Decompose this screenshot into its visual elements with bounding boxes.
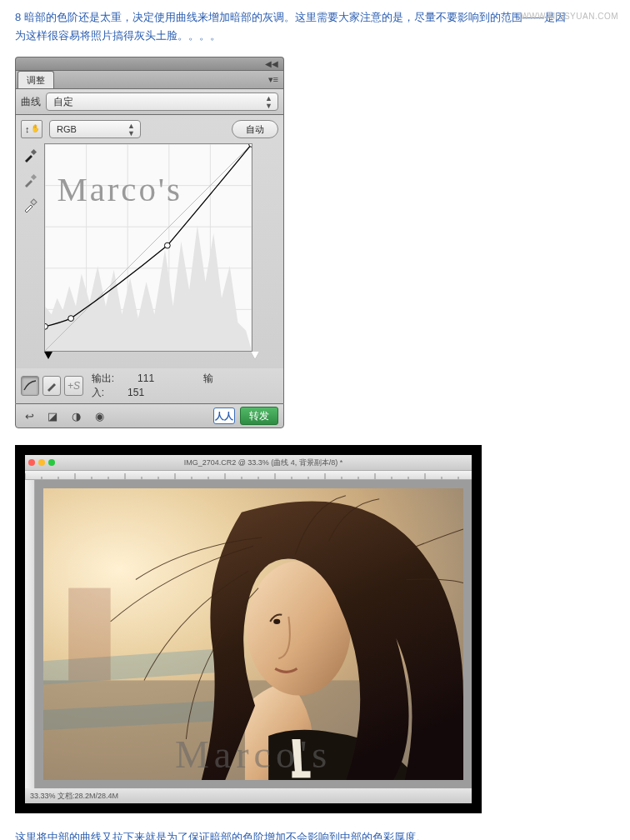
panel-collapse-bar[interactable]: ◀◀ (15, 57, 284, 70)
return-icon[interactable]: ↩ (21, 408, 38, 424)
tab-adjustments[interactable]: 调整 (18, 71, 54, 88)
on-image-adjust-tool[interactable]: ↕✋ (21, 120, 42, 138)
svg-rect-53 (68, 588, 110, 681)
eyedropper-column (21, 147, 39, 352)
svg-rect-4 (31, 199, 37, 205)
min-dot-icon (38, 459, 45, 466)
result-screenshot: IMG_2704.CR2 @ 33.3% (曲线 4, 背景副本/8) * (15, 445, 482, 813)
preset-value: 自定 (53, 95, 73, 109)
white-slider-icon[interactable] (251, 352, 259, 359)
output-label: 输出: (92, 372, 114, 384)
renren-icon[interactable]: 人人 (213, 408, 235, 424)
svg-point-55 (273, 619, 280, 624)
clip-icon[interactable]: ◑ (68, 408, 84, 424)
status-bar: 33.33% 文档:28.2M/28.4M (25, 788, 472, 803)
step-number: 8 (15, 8, 21, 27)
panel-tabs: 调整 ▾≡ (15, 70, 284, 88)
ruler-horizontal (25, 470, 472, 480)
curve-mode-pencil[interactable] (42, 376, 61, 396)
input-sliders[interactable] (48, 352, 256, 363)
expand-icon[interactable]: ◪ (44, 408, 61, 424)
canvas: Marco's (35, 480, 472, 788)
black-point-eyedropper[interactable] (21, 147, 39, 165)
preset-label: 曲线 (21, 95, 41, 109)
channel-select[interactable]: RGB ▲▼ (49, 120, 141, 138)
svg-text:✋: ✋ (31, 123, 38, 133)
site-watermark: WWW.MISSYUAN.COM (521, 12, 618, 21)
curves-panel: ◀◀ 调整 ▾≡ 曲线 自定 ▲▼ ↕✋ RGB ▲▼ 自动 (15, 57, 284, 428)
svg-text:↕: ↕ (25, 124, 30, 134)
step-line2: 为这样很容易将照片搞得灰头土脸。。。。 (15, 29, 221, 42)
document-title: IMG_2704.CR2 @ 33.3% (曲线 4, 背景副本/8) * (58, 458, 468, 468)
panel-footer: ↩ ◪ ◑ ◉ 人人 转发 (15, 403, 284, 428)
white-point-eyedropper[interactable] (21, 197, 39, 215)
share-button[interactable]: 转发 (240, 407, 278, 425)
svg-rect-2 (31, 149, 37, 155)
gray-point-eyedropper[interactable] (21, 172, 39, 190)
svg-point-20 (164, 242, 170, 248)
window-titlebar: IMG_2704.CR2 @ 33.3% (曲线 4, 背景副本/8) * (25, 455, 472, 470)
curves-graph[interactable]: Marco's (44, 143, 252, 352)
visibility-icon[interactable]: ◉ (91, 408, 108, 424)
step-line1: 暗部的色阶还是太重，决定使用曲线来增加暗部的灰调。这里需要大家注意的是，尽量不要… (24, 11, 566, 23)
black-slider-icon[interactable] (44, 352, 52, 359)
preset-row: 曲线 自定 ▲▼ (15, 88, 284, 114)
close-dot-icon (28, 459, 35, 466)
ruler-vertical (25, 480, 35, 788)
curve-mode-smooth[interactable]: +S (64, 376, 82, 396)
collapse-arrow-icon: ◀◀ (265, 59, 278, 68)
svg-rect-3 (31, 174, 37, 180)
photo-watermark: Marco's (175, 732, 332, 777)
curve-readout: 输出:111 输入:151 (92, 372, 278, 400)
svg-point-18 (45, 323, 48, 329)
photo: Marco's (43, 488, 463, 780)
max-dot-icon (48, 459, 55, 466)
auto-button[interactable]: 自动 (232, 120, 278, 138)
graph-watermark: Marco's (58, 171, 182, 208)
input-value: 151 (128, 387, 144, 398)
select-arrows-icon: ▲▼ (265, 95, 272, 110)
channel-value: RGB (57, 124, 77, 134)
caption-text: 这里将中部的曲线又拉下来就是为了保证暗部的色阶增加不会影响到中部的色彩厚度。 (15, 830, 615, 840)
svg-point-19 (68, 316, 74, 322)
select-arrows-icon: ▲▼ (128, 122, 135, 138)
output-value: 111 (138, 372, 154, 384)
panel-body: ↕✋ RGB ▲▼ 自动 (15, 114, 284, 368)
preset-select[interactable]: 自定 ▲▼ (46, 92, 278, 111)
panel-menu-icon[interactable]: ▾≡ (268, 74, 278, 85)
curve-mode-point[interactable] (21, 376, 39, 396)
